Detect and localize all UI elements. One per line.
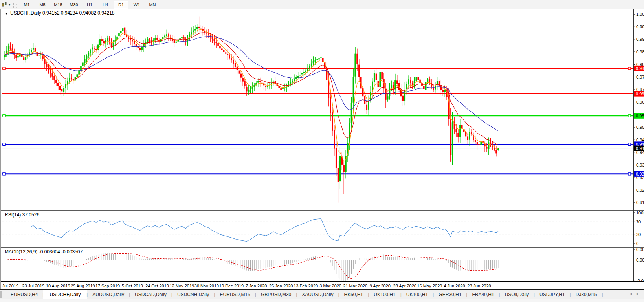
chart-tab-audusd-daily[interactable]: AUDUSD,Daily (87, 290, 130, 299)
date-label: 30 Nov 2019 (194, 284, 219, 288)
candle-body (479, 144, 480, 145)
candle-body (225, 52, 227, 53)
candle-body (244, 81, 246, 86)
candle-body (191, 32, 192, 34)
line-handle-left[interactable] (3, 115, 5, 117)
candle-body (57, 83, 59, 86)
chart-tab-fra40-h1[interactable]: FRA40,H1 (466, 290, 499, 299)
line-handle-left[interactable] (3, 173, 5, 175)
candle-body (103, 41, 105, 43)
chart-window[interactable]: 1.005700.999700.993850.987850.981850.976… (0, 9, 644, 289)
candle-body (339, 156, 341, 181)
timeframe-button-h1[interactable]: H1 (82, 1, 97, 9)
candle-body (233, 60, 234, 64)
date-label: 23 Jul 2019 (22, 284, 44, 288)
timeframe-button-d1[interactable]: D1 (114, 1, 128, 9)
chart-tab-usdcnh-daily[interactable]: USDCNH,Daily (172, 290, 215, 299)
tabbar-grip[interactable] (0, 291, 4, 298)
candle-body (136, 44, 137, 46)
candle-body (59, 86, 61, 90)
date-label: 29 Aug 2019 (71, 284, 95, 288)
date-label: 23 Jun 2020 (467, 284, 491, 288)
candle-body (259, 81, 261, 82)
candle-body (223, 50, 225, 52)
candle-body (99, 39, 101, 45)
chart-tab-eurusd-m15[interactable]: EURUSD,M15 (214, 290, 255, 299)
tab-scroll-left-icon[interactable]: ◂ (630, 291, 632, 296)
candle-body (63, 88, 65, 92)
chart-tab-eurusd-h4[interactable]: EURUSD,H4 (5, 290, 43, 299)
timeframe-button-w1[interactable]: W1 (129, 1, 144, 9)
date-label: 21 Mar 2020 (343, 284, 367, 288)
candle-body (23, 57, 25, 60)
candle-body (194, 29, 196, 30)
candle-body (237, 67, 238, 70)
price-label-0.96803-text: 0.96803 (636, 92, 644, 96)
candle-body (217, 43, 219, 46)
candle-body (402, 96, 404, 101)
chart-tab-xauusd-daily[interactable]: XAUUSD,Daily (296, 290, 339, 299)
timeframe-button-m15[interactable]: M15 (51, 1, 66, 9)
chart-tab-gbpusd-m30[interactable]: GBPUSD,M30 (255, 290, 297, 299)
line-handle-right[interactable] (628, 143, 631, 145)
candle-body (242, 78, 244, 82)
timeframe-button-h4[interactable]: H4 (98, 1, 113, 9)
candle-body (301, 73, 303, 75)
axis-tick-label: 0.97600 (636, 75, 644, 79)
candle-body (267, 86, 268, 87)
timeframe-button-m5[interactable]: M5 (35, 1, 50, 9)
candle-body (139, 48, 141, 50)
toolbar-grip[interactable] (13, 2, 17, 8)
candle-body (311, 64, 312, 66)
chart-tab-dj30-m15[interactable]: DJ30,M15 (570, 290, 603, 299)
candle-body (358, 65, 360, 77)
candle-body (416, 77, 417, 81)
candle-body (31, 50, 32, 52)
chart-tab-usdchf-daily[interactable]: USDCHF,Daily (43, 290, 87, 299)
line-handle-left[interactable] (3, 143, 5, 145)
candle-body (55, 80, 57, 83)
price-label-0.98008-text: 0.98008 (636, 66, 644, 71)
candle-body (423, 86, 425, 89)
chart-profile-icon[interactable]: ▾ (0, 0, 13, 9)
rsi-axis-label: 70 (636, 220, 641, 224)
chart-tab-usdjpy-h1[interactable]: USDJPY,H1 (534, 290, 570, 299)
axis-tick-label: 0.99385 (636, 37, 644, 42)
date-label: 28 Apr 2020 (393, 284, 416, 288)
chart-tab-uk100-h1[interactable]: UK100,H1 (368, 290, 401, 299)
candle-body (280, 88, 282, 90)
chart-tab-usdcad-daily[interactable]: USDCAD,Daily (129, 290, 172, 299)
candle-body (4, 55, 6, 57)
candle-body (379, 72, 381, 87)
line-handle-left[interactable] (3, 67, 5, 70)
tab-scroll-right-icon[interactable]: ▸ (637, 291, 638, 296)
chart-tabs: EURUSD,H4|USDCHF,Daily|AUDUSD,Daily|USDC… (5, 290, 630, 299)
candle-body (46, 64, 48, 67)
chart-tab-uk100-h1[interactable]: UK100,H1 (401, 290, 433, 299)
chart-tab-usoil-daily[interactable]: USOil,Daily (499, 290, 534, 299)
chart-tab-hk50-h1[interactable]: HK50,H1 (339, 290, 369, 299)
candle-body (366, 105, 368, 110)
candle-body (292, 81, 293, 82)
date-label: 10 Aug 2019 (46, 284, 70, 288)
price-label-0.96803: 0.96803 (634, 91, 644, 97)
candle-body (353, 77, 354, 103)
axis-tick-label: 0.95215 (636, 125, 644, 130)
timeframe-button-m30[interactable]: M30 (66, 1, 81, 9)
chart-tab-ger30-h1[interactable]: GER30,H1 (433, 290, 467, 299)
candle-body (130, 38, 131, 40)
candle-body (250, 88, 251, 89)
candle-body (246, 87, 248, 91)
date-label: 17 Sep 2019 (95, 284, 120, 288)
line-handle-right[interactable] (628, 67, 631, 70)
candle-body (95, 49, 97, 50)
candle-body (467, 136, 469, 140)
line-handle-right[interactable] (628, 173, 631, 175)
candle-body (132, 40, 133, 41)
candle-body (475, 140, 476, 142)
price-chart[interactable]: 1.005700.999700.993850.987850.981850.976… (1, 9, 644, 289)
line-handle-right[interactable] (628, 115, 631, 117)
timeframe-button-m1[interactable]: M1 (19, 1, 34, 9)
candle-body (257, 81, 259, 83)
timeframe-button-mn[interactable]: MN (145, 1, 160, 9)
